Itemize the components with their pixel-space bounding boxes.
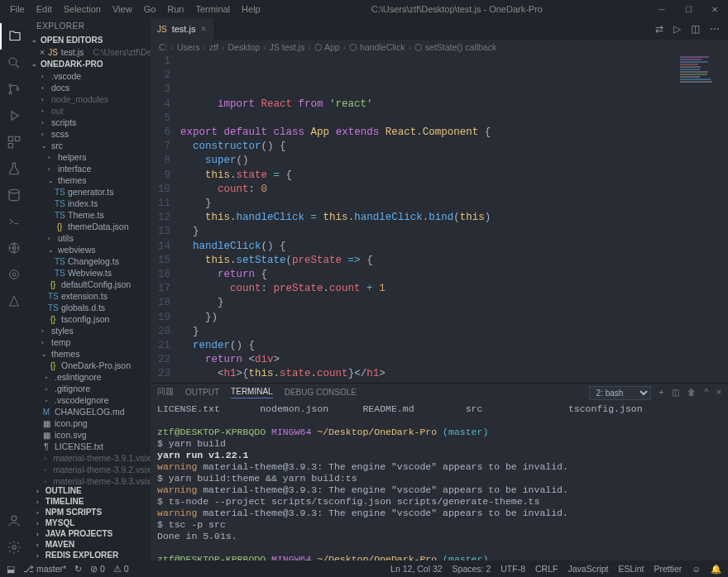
section-redis-explorer[interactable]: › REDIS EXPLORER bbox=[28, 550, 151, 560]
breadcrumb-segment[interactable]: ⬡ App bbox=[314, 42, 340, 52]
file-item[interactable]: ▦icon.png bbox=[28, 417, 151, 429]
menu-run[interactable]: Run bbox=[162, 2, 189, 16]
flask-icon[interactable] bbox=[0, 155, 28, 182]
tab-test-js[interactable]: JS test.js × bbox=[151, 18, 215, 40]
folder-item[interactable]: ›scripts bbox=[28, 117, 151, 128]
breadcrumb-segment[interactable]: Users bbox=[177, 42, 199, 52]
source-control-icon[interactable] bbox=[0, 76, 28, 103]
section-npm-scripts[interactable]: › NPM SCRIPTS bbox=[28, 507, 151, 517]
file-item[interactable]: ▫material-theme-3.9.1.vsix bbox=[28, 452, 151, 464]
indent-indicator[interactable]: Spaces: 2 bbox=[453, 564, 491, 575]
maximize-panel-icon[interactable]: ^ bbox=[704, 388, 708, 398]
breadcrumb-segment[interactable]: Desktop bbox=[228, 42, 261, 52]
language-indicator[interactable]: JavaScript bbox=[568, 564, 608, 575]
menu-terminal[interactable]: Terminal bbox=[191, 2, 236, 16]
close-panel-icon[interactable]: × bbox=[716, 388, 721, 398]
section-outline[interactable]: › OUTLINE bbox=[28, 485, 151, 496]
terminal[interactable]: LICENSE.txt nodemon.json README.md src t… bbox=[151, 402, 728, 560]
account-icon[interactable] bbox=[0, 508, 28, 534]
warnings-indicator[interactable]: ⚠ 0 bbox=[113, 564, 129, 574]
extensions-icon[interactable] bbox=[0, 129, 28, 155]
file-item[interactable]: ▫material-theme-3.9.2.vsix bbox=[28, 464, 151, 475]
folder-item[interactable]: ›node_modules bbox=[28, 93, 151, 105]
section-maven[interactable]: › MAVEN bbox=[28, 539, 151, 550]
encoding-indicator[interactable]: UTF-8 bbox=[500, 564, 525, 575]
new-terminal-icon[interactable]: + bbox=[659, 388, 664, 398]
file-item[interactable]: {}tsconfig.json bbox=[28, 313, 151, 325]
file-item[interactable]: TSextension.ts bbox=[28, 290, 151, 302]
gitlens-icon[interactable] bbox=[0, 261, 28, 288]
file-item[interactable]: ¶LICENSE.txt bbox=[28, 441, 151, 452]
panel-tab-terminal[interactable]: TERMINAL bbox=[231, 387, 273, 398]
prettier-indicator[interactable]: Prettier bbox=[654, 564, 682, 575]
folder-item[interactable]: ⌄themes bbox=[28, 348, 151, 360]
terminal-selector[interactable]: 2: bash bbox=[589, 386, 651, 400]
file-item[interactable]: ◦.vscodeignore bbox=[28, 394, 151, 406]
eslint-indicator[interactable]: ESLint bbox=[618, 564, 644, 575]
bell-icon[interactable]: 🔔 bbox=[711, 564, 721, 575]
compare-icon[interactable]: ⇄ bbox=[655, 23, 663, 35]
more-icon[interactable]: ⋯ bbox=[710, 23, 720, 35]
section-mysql[interactable]: › MYSQL bbox=[28, 517, 151, 528]
file-item[interactable]: ▦icon.svg bbox=[28, 429, 151, 441]
breadcrumb-segment[interactable]: ztf bbox=[209, 42, 218, 52]
folder-item[interactable]: ›scss bbox=[28, 128, 151, 140]
azure-icon[interactable] bbox=[0, 288, 28, 314]
file-item[interactable]: {}themeData.json bbox=[28, 221, 151, 232]
open-editor-item[interactable]: ×JStest.js C:\Users\ztf\Desktop bbox=[28, 46, 151, 58]
section-java-projects[interactable]: › JAVA PROJECTS bbox=[28, 528, 151, 539]
errors-indicator[interactable]: ⊘ 0 bbox=[90, 564, 105, 574]
file-item[interactable]: {}defaultConfig.json bbox=[28, 279, 151, 290]
folder-item[interactable]: ›docs bbox=[28, 82, 151, 93]
db-icon[interactable] bbox=[0, 182, 28, 208]
folder-item[interactable]: ⌄src bbox=[28, 140, 151, 151]
search-icon[interactable] bbox=[0, 50, 28, 76]
kill-terminal-icon[interactable]: 🗑 bbox=[687, 388, 696, 398]
file-item[interactable]: {}OneDark-Pro.json bbox=[28, 360, 151, 371]
panel-tab-问题[interactable]: 问题 bbox=[157, 386, 174, 399]
minimap[interactable] bbox=[680, 56, 726, 139]
explorer-icon[interactable] bbox=[0, 23, 28, 50]
folder-item[interactable]: ›temp bbox=[28, 336, 151, 348]
folder-item[interactable]: ⌄webviews bbox=[28, 244, 151, 255]
menu-edit[interactable]: Edit bbox=[31, 2, 57, 16]
browser-icon[interactable] bbox=[0, 235, 28, 261]
breadcrumb[interactable]: C:›Users›ztf›Desktop›JS test.js›⬡ App›⬡ … bbox=[151, 40, 728, 55]
file-item[interactable]: TSChangelog.ts bbox=[28, 255, 151, 267]
minimize-button[interactable]: ─ bbox=[649, 0, 675, 18]
menu-selection[interactable]: Selection bbox=[59, 2, 106, 16]
close-button[interactable]: ✕ bbox=[702, 0, 728, 18]
panel-tab-output[interactable]: OUTPUT bbox=[185, 388, 219, 398]
folder-item[interactable]: ›out bbox=[28, 105, 151, 117]
eol-indicator[interactable]: CRLF bbox=[535, 564, 558, 575]
breadcrumb-segment[interactable]: C: bbox=[159, 42, 168, 52]
file-item[interactable]: ◦.eslintignore bbox=[28, 371, 151, 383]
file-item[interactable]: TSgenerator.ts bbox=[28, 186, 151, 198]
file-item[interactable]: MCHANGELOG.md bbox=[28, 406, 151, 417]
folder-root-header[interactable]: ⌄ONEDARK-PRO bbox=[28, 58, 151, 70]
settings-icon[interactable] bbox=[0, 534, 28, 560]
file-item[interactable]: TSindex.ts bbox=[28, 198, 151, 209]
close-icon[interactable]: × bbox=[200, 23, 206, 35]
file-item[interactable]: TSTheme.ts bbox=[28, 209, 151, 221]
file-item[interactable]: ▫material-theme-3.9.3.vsix bbox=[28, 475, 151, 485]
maximize-button[interactable]: ☐ bbox=[675, 0, 702, 18]
open-editors-header[interactable]: ⌄OPEN EDITORS bbox=[28, 34, 151, 46]
menu-file[interactable]: File bbox=[5, 2, 30, 16]
section-timeline[interactable]: › TIMELINE bbox=[28, 496, 151, 507]
menu-view[interactable]: View bbox=[108, 2, 137, 16]
panel-tab-debug-console[interactable]: DEBUG CONSOLE bbox=[285, 388, 357, 398]
folder-item[interactable]: ›helpers bbox=[28, 151, 151, 163]
breadcrumb-segment[interactable]: ⬡ handleClick bbox=[349, 42, 405, 52]
folder-item[interactable]: ⌄themes bbox=[28, 174, 151, 186]
folder-item[interactable]: ›utils bbox=[28, 232, 151, 244]
cursor-position[interactable]: Ln 12, Col 32 bbox=[390, 564, 442, 575]
feedback-icon[interactable]: ☺ bbox=[692, 564, 701, 575]
folder-item[interactable]: ›styles bbox=[28, 325, 151, 336]
split-terminal-icon[interactable]: ◫ bbox=[672, 388, 679, 398]
remote-indicator[interactable]: ⬓ bbox=[7, 564, 15, 574]
file-item[interactable]: TSWebview.ts bbox=[28, 267, 151, 279]
split-icon[interactable]: ◫ bbox=[691, 23, 700, 35]
debug-icon[interactable] bbox=[0, 103, 28, 129]
branch-indicator[interactable]: ⎇ master* bbox=[23, 564, 66, 574]
